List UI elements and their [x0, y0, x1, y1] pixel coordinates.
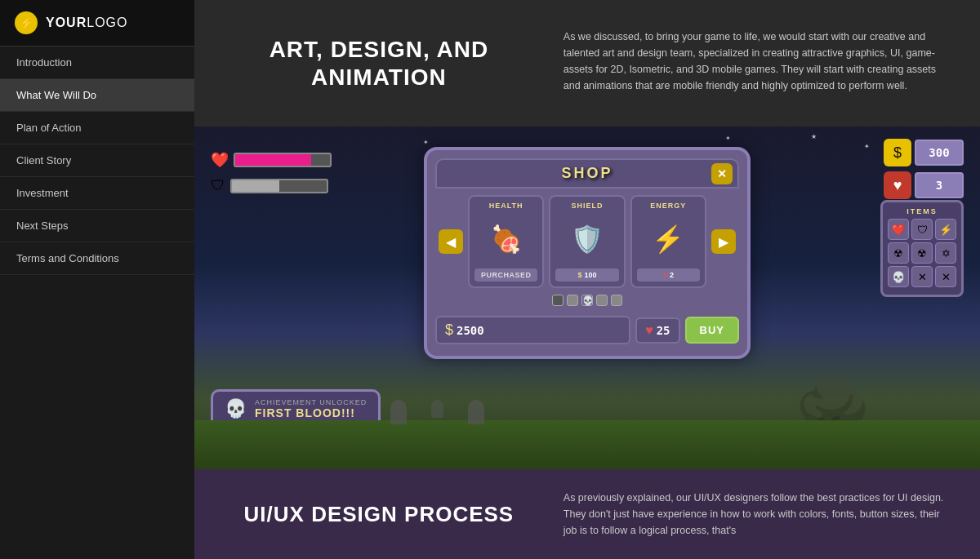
- achievement-label: ACHIEVEMENT UNLOCKED: [255, 398, 367, 406]
- hearts-value: 3: [915, 172, 964, 198]
- items-panel: ITEMS ❤️ 🛡 ⚡ ☢ ☢ ✡ 💀 ✕ ✕: [880, 200, 964, 297]
- top-title-area: ART, DESIGN, ANDANIMATION: [219, 24, 539, 102]
- cost-heart-value: 25: [657, 324, 670, 337]
- bottom-title-area: UI/UX DESIGN PROCESS: [219, 490, 539, 539]
- shop-close-button[interactable]: ✕: [711, 163, 733, 184]
- hearts-row: ♥ 3: [884, 171, 964, 199]
- item-cell-x2[interactable]: ✕: [935, 266, 956, 287]
- items-row-3: 💀 ✕ ✕: [888, 266, 956, 287]
- gold-icon: $: [884, 139, 911, 166]
- item-cell-lightning[interactable]: ⚡: [935, 219, 956, 240]
- health-bar-fill: [235, 154, 311, 166]
- shop-item-shield[interactable]: SHIELD 🛡️ $ 100: [549, 195, 625, 288]
- logo-bold: YOUR: [46, 16, 87, 29]
- top-section: ART, DESIGN, ANDANIMATION As we discusse…: [194, 0, 980, 126]
- sidebar-item-introduction[interactable]: Introduction: [0, 47, 194, 79]
- achievement-skull-icon: 💀: [225, 398, 247, 419]
- shop-item-energy-icon: ⚡: [644, 215, 693, 264]
- sidebar: ⚡ YOURLOGO Introduction What We Will Do …: [0, 0, 194, 559]
- item-cell-radio[interactable]: ☢: [911, 242, 933, 264]
- shop-item-shield-name: SHIELD: [555, 202, 618, 210]
- heart-currency-icon: ♥: [884, 171, 911, 199]
- hud-bars: ❤️ 🛡: [211, 151, 332, 194]
- star-decor: ✦: [864, 143, 870, 150]
- shop-item-energy-price: ♥ 2: [637, 268, 700, 282]
- star-decor: ✦: [725, 135, 731, 142]
- bottom-section: UI/UX DESIGN PROCESS As previously expla…: [194, 469, 980, 559]
- shop-prev-button[interactable]: ◀: [439, 229, 463, 254]
- sidebar-item-plan-of-action[interactable]: Plan of Action: [0, 112, 194, 144]
- cost-heart-icon: ♥: [645, 323, 653, 338]
- gold-row: $ 300: [884, 139, 964, 166]
- shield-bar-fill: [232, 180, 279, 192]
- top-description: As we discussed, to bring your game to l…: [564, 24, 947, 102]
- ground: [194, 420, 980, 469]
- shop-nav: ◀ HEALTH 🍖 PURCHASED SHIELD 🛡️ $: [435, 195, 739, 288]
- shield-gold-value: 100: [584, 271, 596, 279]
- item-cell-x1[interactable]: ✕: [911, 266, 933, 287]
- shop-cost-display: $ 2500: [435, 316, 630, 344]
- shop-item-energy[interactable]: ENERGY ⚡ ♥ 2: [630, 195, 706, 288]
- items-row-1: ❤️ 🛡 ⚡: [888, 219, 956, 240]
- bottom-page-title: UI/UX DESIGN PROCESS: [244, 502, 514, 527]
- shop-pagination: 💀: [435, 295, 739, 306]
- shield-bar-icon: 🛡: [211, 177, 225, 194]
- hud-currency: $ 300 ♥ 3: [884, 139, 964, 199]
- items-row-2: ☢ ☢ ✡: [888, 242, 956, 264]
- energy-heart-icon: ♥: [663, 271, 667, 279]
- logo-icon: ⚡: [15, 11, 38, 34]
- achievement-text: ACHIEVEMENT UNLOCKED FIRST BLOOD!!!: [255, 398, 367, 419]
- shop-item-health[interactable]: HEALTH 🍖 PURCHASED: [468, 195, 544, 288]
- page-dot-3[interactable]: [596, 295, 608, 306]
- shop-item-shield-icon: 🛡️: [563, 215, 612, 264]
- items-panel-label: ITEMS: [888, 207, 956, 215]
- item-cell-skull[interactable]: 💀: [888, 266, 909, 287]
- gravestone-2: [431, 400, 443, 418]
- gravestone-1: [390, 400, 407, 424]
- item-cell-heart[interactable]: ❤️: [888, 219, 909, 240]
- gravestones: [390, 400, 484, 424]
- item-cell-shield[interactable]: 🛡: [911, 219, 933, 240]
- energy-heart-value: 2: [670, 271, 674, 279]
- page-dot-skull: 💀: [581, 295, 593, 306]
- health-bar-row: ❤️: [211, 151, 332, 169]
- achievement-name: FIRST BLOOD!!!: [255, 406, 367, 419]
- logo-text: YOURLOGO: [46, 16, 127, 30]
- sidebar-item-terms[interactable]: Terms and Conditions: [0, 242, 194, 275]
- gold-value: 300: [915, 140, 964, 166]
- item-cell-bio[interactable]: ☢: [888, 242, 909, 264]
- sidebar-item-client-story[interactable]: Client Story: [0, 144, 194, 177]
- shop-footer: $ 2500 ♥ 25 BUY: [435, 313, 739, 348]
- logo-area: ⚡ YOURLOGO: [0, 0, 194, 47]
- buy-button[interactable]: BUY: [685, 317, 739, 344]
- logo-light: LOGO: [87, 16, 127, 29]
- shield-bar-row: 🛡: [211, 177, 332, 194]
- shop-item-energy-name: ENERGY: [637, 202, 700, 210]
- shield-gold-icon: $: [577, 271, 581, 279]
- shop-item-health-status: PURCHASED: [474, 268, 537, 282]
- shop-item-shield-price: $ 100: [555, 268, 618, 282]
- sidebar-item-investment[interactable]: Investment: [0, 177, 194, 210]
- gravestone-3: [468, 400, 484, 424]
- shop-hearts-display: ♥ 25: [635, 317, 679, 344]
- star-decor: ✦: [423, 139, 429, 146]
- sidebar-item-next-steps[interactable]: Next Steps: [0, 210, 194, 242]
- shop-next-button[interactable]: ▶: [711, 229, 736, 254]
- shield-bar-bg: [230, 179, 328, 193]
- game-area: ✦ ✦ ✦ ✦ ✦ ★ ❤️ 🛡 $ 300: [194, 126, 980, 469]
- item-cell-star[interactable]: ✡: [935, 242, 956, 264]
- page-dot-2[interactable]: [567, 295, 578, 306]
- cost-gold-value: 2500: [457, 324, 484, 337]
- shop-item-health-icon: 🍖: [482, 215, 531, 264]
- page-dot-4[interactable]: [611, 295, 622, 306]
- main-content: ART, DESIGN, ANDANIMATION As we discusse…: [194, 0, 980, 559]
- page-title: ART, DESIGN, ANDANIMATION: [270, 36, 489, 91]
- bottom-description: As previously explained, our UI/UX desig…: [564, 490, 947, 539]
- cost-gold-icon: $: [445, 322, 453, 339]
- page-dot-1[interactable]: [552, 295, 564, 306]
- shop-items-list: HEALTH 🍖 PURCHASED SHIELD 🛡️ $ 100: [468, 195, 706, 288]
- shop-header: SHOP ✕: [435, 158, 739, 189]
- sidebar-item-what-we-will-do[interactable]: What We Will Do: [0, 79, 194, 112]
- health-bar-bg: [234, 153, 332, 167]
- shop-title: SHOP: [442, 165, 733, 182]
